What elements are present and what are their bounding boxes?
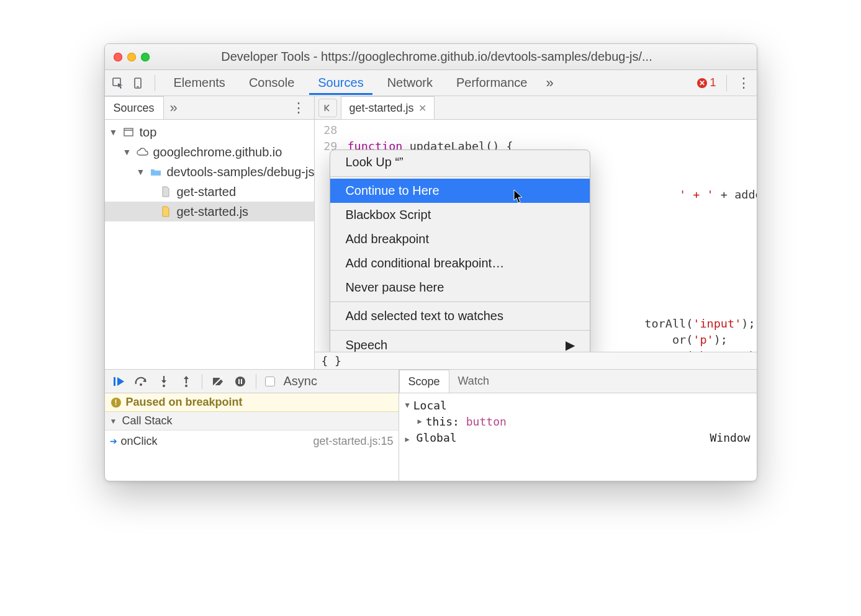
scope-this[interactable]: ▶ this: button <box>405 413 751 429</box>
svg-rect-3 <box>124 128 133 136</box>
frame-name: onClick <box>121 435 158 448</box>
chevron-down-icon: ▼ <box>405 401 410 409</box>
tab-scope[interactable]: Scope <box>399 370 449 393</box>
chevron-down-icon: ▼ <box>137 167 145 177</box>
close-window-button[interactable] <box>114 53 122 61</box>
step-into-icon[interactable] <box>157 375 171 388</box>
file-tree: ▼ top ▼ googlechrome.github.io ▼ devtool… <box>105 120 315 369</box>
tab-performance[interactable]: Performance <box>448 71 536 95</box>
kebab-menu-icon[interactable]: ⋮ <box>737 76 751 90</box>
frame-location: get-started.js:15 <box>313 435 393 448</box>
navigator-pane: Sources » ⋮ ▼ top ▼ googlechrome.github.… <box>105 96 315 369</box>
navigator-tabs-overflow[interactable]: » <box>164 100 184 116</box>
separator <box>155 75 155 91</box>
ctx-add-conditional[interactable]: Add conditional breakpoint… <box>330 251 590 275</box>
code-editor[interactable]: 28 29 function updateLabel() { var adden… <box>315 120 757 352</box>
tree-file-html-label: get-started <box>177 185 237 199</box>
navigator-tabs: Sources » ⋮ <box>105 96 315 120</box>
ctx-continue-to-here[interactable]: Continue to Here <box>330 179 590 203</box>
chevron-down-icon: ▼ <box>124 147 131 157</box>
separator <box>726 75 727 91</box>
frame-icon <box>122 127 135 138</box>
close-tab-icon[interactable]: ✕ <box>418 102 426 114</box>
editor-tab-file[interactable]: get-started.js ✕ <box>341 96 435 119</box>
pause-exceptions-icon[interactable] <box>233 375 247 388</box>
pretty-print-bar: { } <box>315 352 757 369</box>
editor-tab-label: get-started.js <box>349 102 413 115</box>
scope-this-key: this <box>426 415 453 428</box>
navigator-tab-sources[interactable]: Sources <box>105 96 164 119</box>
tree-file-html[interactable]: get-started <box>105 182 315 202</box>
scope-local[interactable]: ▼ Local <box>405 397 751 413</box>
ctx-add-breakpoint[interactable]: Add breakpoint <box>330 227 590 251</box>
async-label: Async <box>284 374 317 388</box>
deactivate-breakpoints-icon[interactable] <box>211 375 225 388</box>
editor-pane: get-started.js ✕ 28 29 function updateLa… <box>315 96 757 369</box>
sources-panel: Sources » ⋮ ▼ top ▼ googlechrome.github.… <box>105 96 757 369</box>
tree-top[interactable]: ▼ top <box>105 122 315 142</box>
callstack-frame[interactable]: ➔ onClick get-started.js:15 <box>105 431 399 452</box>
callstack-header[interactable]: ▼ Call Stack <box>105 412 399 431</box>
debugger-toolbar: Async <box>105 370 399 393</box>
scope-global-label: Global <box>417 431 457 444</box>
callstack-label: Call Stack <box>122 414 172 427</box>
scope-tree: ▼ Local ▶ this: button ▶ Global Window <box>399 393 757 449</box>
tree-folder-label: devtools-samples/debug-js <box>167 165 315 179</box>
chevron-down-icon: ▼ <box>110 417 117 426</box>
document-icon <box>160 186 172 197</box>
svg-point-12 <box>185 385 187 387</box>
info-icon: ! <box>111 398 121 408</box>
device-toggle-icon[interactable] <box>131 76 145 90</box>
error-count: 1 <box>710 76 716 89</box>
scope-global-value: Window <box>710 431 750 444</box>
navigator-menu-icon[interactable]: ⋮ <box>283 100 314 116</box>
context-menu: Look Up “” Continue to Here Blackbox Scr… <box>330 150 590 352</box>
error-indicator[interactable]: ✕ 1 <box>697 76 716 89</box>
tabs-overflow[interactable]: » <box>543 75 557 91</box>
titlebar: Developer Tools - https://googlechrome.g… <box>105 44 757 70</box>
step-over-icon[interactable] <box>135 375 148 388</box>
svg-rect-2 <box>137 86 138 87</box>
chevron-right-icon: ▶ <box>405 435 410 444</box>
tree-file-js-label: get-started.js <box>177 205 249 219</box>
scope-this-val: button <box>466 415 507 428</box>
tree-top-label: top <box>140 125 157 140</box>
tab-watch[interactable]: Watch <box>449 370 498 393</box>
editor-tabs: get-started.js ✕ <box>315 96 757 120</box>
paused-banner: ! Paused on breakpoint <box>105 393 399 412</box>
tab-elements[interactable]: Elements <box>165 71 234 95</box>
async-checkbox[interactable] <box>265 377 275 386</box>
paused-text: Paused on breakpoint <box>126 396 243 409</box>
debugger-section: Async ! Paused on breakpoint ▼ Call Stac… <box>105 369 757 481</box>
chevron-down-icon: ▼ <box>110 127 117 137</box>
chevron-right-icon: ▶ <box>418 417 422 426</box>
cursor-icon <box>513 189 525 204</box>
ctx-add-watches[interactable]: Add selected text to watches <box>330 304 590 328</box>
resume-icon[interactable] <box>112 375 126 388</box>
tab-network[interactable]: Network <box>379 71 441 95</box>
tree-domain-label: googlechrome.github.io <box>153 145 282 159</box>
ctx-blackbox[interactable]: Blackbox Script <box>330 203 590 227</box>
window-title: Developer Tools - https://googlechrome.g… <box>126 50 748 64</box>
pretty-print-icon[interactable]: { } <box>321 354 341 367</box>
submenu-arrow-icon: ▶ <box>566 337 575 352</box>
tree-domain[interactable]: ▼ googlechrome.github.io <box>105 142 315 162</box>
inspect-element-icon[interactable] <box>111 76 125 90</box>
scope-tabs: Scope Watch <box>399 370 757 393</box>
scope-global[interactable]: ▶ Global Window <box>405 429 751 445</box>
tab-sources[interactable]: Sources <box>309 71 372 95</box>
history-nav-icon[interactable] <box>318 99 337 117</box>
ctx-lookup[interactable]: Look Up “” <box>330 150 590 174</box>
tree-file-js[interactable]: get-started.js <box>105 202 315 221</box>
step-out-icon[interactable] <box>179 375 193 388</box>
ctx-never-pause[interactable]: Never pause here <box>330 275 590 300</box>
svg-rect-15 <box>238 379 240 384</box>
scope-pane: Scope Watch ▼ Local ▶ this: button ▶ Glo… <box>399 370 757 481</box>
script-icon <box>160 206 172 217</box>
ctx-speech[interactable]: Speech ▶ <box>330 333 590 352</box>
scope-local-label: Local <box>413 399 447 412</box>
tree-folder[interactable]: ▼ devtools-samples/debug-js <box>105 162 315 182</box>
tab-console[interactable]: Console <box>240 71 303 95</box>
error-icon: ✕ <box>697 78 707 88</box>
svg-point-14 <box>235 377 245 386</box>
